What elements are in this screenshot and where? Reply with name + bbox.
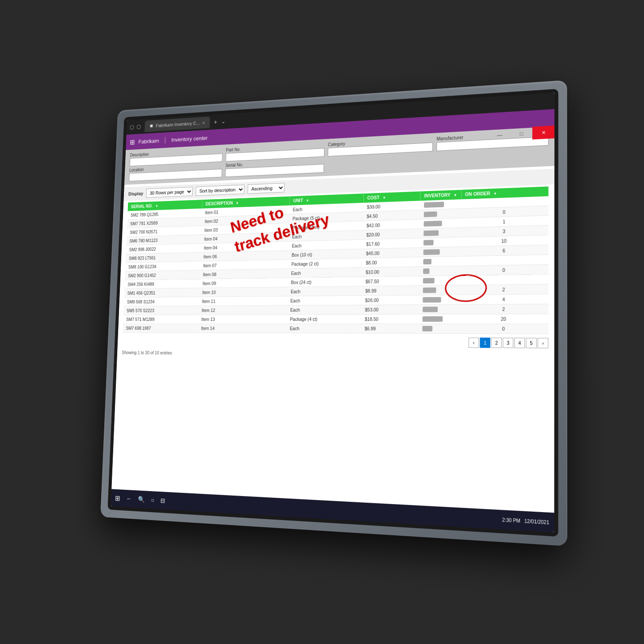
taskbar-search-icon[interactable]: 🔍 bbox=[138, 496, 145, 503]
browser-back-icon[interactable]: ⬡ bbox=[129, 123, 134, 130]
tab-chevron-icon[interactable]: ⌄ bbox=[221, 118, 225, 124]
table-row: SM7 571 M1289 Item 13 Package (4 ct) $18… bbox=[123, 314, 548, 324]
prev-page-button[interactable]: ‹ bbox=[468, 337, 479, 348]
cell-unit: Each bbox=[287, 286, 362, 296]
cell-inventory bbox=[420, 199, 461, 210]
windows-start-icon[interactable]: ⊞ bbox=[115, 493, 120, 502]
inventory-table-container: SERIAL NO. ▼ DESCRIPTION ▼ UNIT ▼ COST ▼… bbox=[118, 186, 554, 334]
cell-on-order: 6 bbox=[460, 245, 548, 256]
cell-serial: SM8 923 LT561 bbox=[125, 252, 200, 263]
inventory-table: SERIAL NO. ▼ DESCRIPTION ▼ UNIT ▼ COST ▼… bbox=[123, 186, 549, 334]
cell-inventory bbox=[418, 324, 460, 333]
cell-serial: SM5 570 S2223 bbox=[123, 306, 198, 315]
taskbar-date: 12/01/2021 bbox=[524, 518, 549, 525]
cell-cost: $42.00 bbox=[363, 219, 420, 230]
cell-description: Item 13 bbox=[198, 314, 287, 324]
cell-description: Item 10 bbox=[199, 287, 287, 296]
taskbar-cortana-icon[interactable]: ○ bbox=[151, 496, 154, 503]
app-grid-icon[interactable]: ⊞ bbox=[129, 138, 135, 146]
cell-inventory bbox=[418, 295, 460, 304]
sort-direction-select[interactable]: Ascending bbox=[247, 183, 284, 193]
cell-unit: Each bbox=[287, 295, 361, 305]
cell-on-order: 0 bbox=[459, 324, 548, 333]
cell-serial: SM9 568 S1234 bbox=[123, 297, 199, 306]
page-4-button[interactable]: 4 bbox=[514, 337, 525, 348]
cell-on-order bbox=[460, 274, 548, 285]
taskbar-left: ⊞ ← 🔍 ○ ⊟ bbox=[115, 493, 165, 505]
cell-inventory bbox=[418, 314, 460, 324]
cell-cost: $8.00 bbox=[362, 257, 419, 267]
cell-cost: $18.50 bbox=[361, 314, 418, 324]
cell-on-order: 2 bbox=[460, 284, 548, 295]
cell-inventory bbox=[419, 275, 460, 286]
browser-tab[interactable]: 🔲 Fabrikam Inventory C... ✕ bbox=[144, 116, 210, 132]
cell-inventory bbox=[420, 218, 461, 229]
cell-description: Item 08 bbox=[199, 268, 287, 279]
cell-serial: SM1 456 Q2351 bbox=[124, 288, 199, 297]
cell-description: Item 11 bbox=[198, 296, 287, 306]
new-tab-button[interactable]: + bbox=[212, 118, 219, 125]
cell-cost: $45.00 bbox=[362, 247, 419, 258]
location-filter: Location bbox=[129, 163, 222, 181]
partno-filter: Part No. bbox=[226, 142, 324, 161]
serialno-filter: Serial No. bbox=[225, 158, 324, 177]
cell-cost: $20.00 bbox=[363, 229, 420, 239]
cell-cost: $53.00 bbox=[361, 304, 418, 314]
nav-separator: | bbox=[164, 136, 166, 144]
cell-inventory bbox=[419, 246, 460, 257]
next-page-button[interactable]: › bbox=[537, 338, 548, 349]
cell-serial: SM4 256 KI489 bbox=[124, 279, 200, 289]
cell-cost: $8.99 bbox=[361, 285, 419, 295]
table-row: SM5 570 S2223 Item 12 Each $53.00 2 bbox=[123, 304, 548, 315]
close-button[interactable]: ✕ bbox=[532, 125, 554, 139]
cell-cost: $67.50 bbox=[362, 276, 419, 286]
sort-by-select[interactable]: Sort by description bbox=[195, 185, 244, 196]
cell-unit: Package (2 ct) bbox=[288, 258, 362, 269]
minimize-button[interactable]: — bbox=[488, 128, 510, 142]
cell-unit: Each bbox=[287, 305, 361, 315]
page-1-button[interactable]: 1 bbox=[480, 337, 490, 348]
cell-inventory bbox=[419, 237, 460, 247]
rows-per-page-select[interactable]: 30 Rows per page bbox=[146, 187, 193, 198]
cell-unit: Each bbox=[286, 324, 361, 333]
app-brand: Fabrikam bbox=[138, 137, 159, 144]
display-label: Display bbox=[128, 191, 143, 196]
cell-inventory bbox=[419, 256, 460, 267]
cell-inventory bbox=[418, 304, 460, 314]
page-2-button[interactable]: 2 bbox=[491, 337, 502, 348]
description-filter: Description bbox=[129, 148, 222, 166]
taskbar-time: 2:30 PM bbox=[502, 517, 520, 523]
cell-on-order: 0 bbox=[460, 264, 548, 275]
cell-cost: $10.00 bbox=[362, 267, 419, 277]
showing-entries-text: Showing 1 to 30 of 10 entries bbox=[122, 350, 172, 355]
cell-unit: Each bbox=[288, 239, 363, 250]
cell-description: Item 09 bbox=[199, 278, 287, 288]
cell-description: Item 07 bbox=[200, 259, 288, 270]
cell-unit: Box (24 ct) bbox=[287, 277, 362, 287]
maximize-button[interactable]: □ bbox=[510, 127, 532, 140]
app-module: Inventory center bbox=[171, 134, 208, 142]
cell-inventory bbox=[419, 285, 460, 295]
cell-description: Item 14 bbox=[197, 324, 286, 333]
cell-on-order bbox=[460, 254, 548, 266]
taskbar-task-icon[interactable]: ⊟ bbox=[160, 497, 165, 504]
taskbar-back-icon[interactable]: ← bbox=[126, 495, 131, 502]
cell-unit: Each bbox=[287, 267, 362, 278]
cell-inventory bbox=[420, 208, 461, 219]
tab-title: Fabrikam Inventory C... bbox=[156, 120, 200, 128]
cell-unit: Box (10 ct) bbox=[288, 249, 362, 259]
table-row: SM7 698 1987 Item 14 Each $6.99 0 bbox=[123, 324, 548, 334]
category-filter: Category bbox=[328, 136, 433, 156]
cell-inventory bbox=[419, 266, 460, 276]
tab-close-button[interactable]: ✕ bbox=[202, 120, 205, 125]
cell-cost: $17.60 bbox=[362, 238, 419, 249]
page-5-button[interactable]: 5 bbox=[525, 337, 536, 348]
cell-serial: SM8 100 G1234 bbox=[125, 261, 200, 271]
cell-inventory bbox=[419, 227, 460, 238]
page-3-button[interactable]: 3 bbox=[502, 337, 513, 348]
cell-unit: Package (4 ct) bbox=[286, 314, 361, 324]
cell-description: Item 12 bbox=[198, 305, 287, 315]
col-inventory[interactable]: INVENTORY ▼ bbox=[420, 189, 461, 201]
browser-icon2[interactable]: ⬡ bbox=[136, 123, 141, 130]
cell-serial: SM7 698 1987 bbox=[123, 324, 198, 332]
